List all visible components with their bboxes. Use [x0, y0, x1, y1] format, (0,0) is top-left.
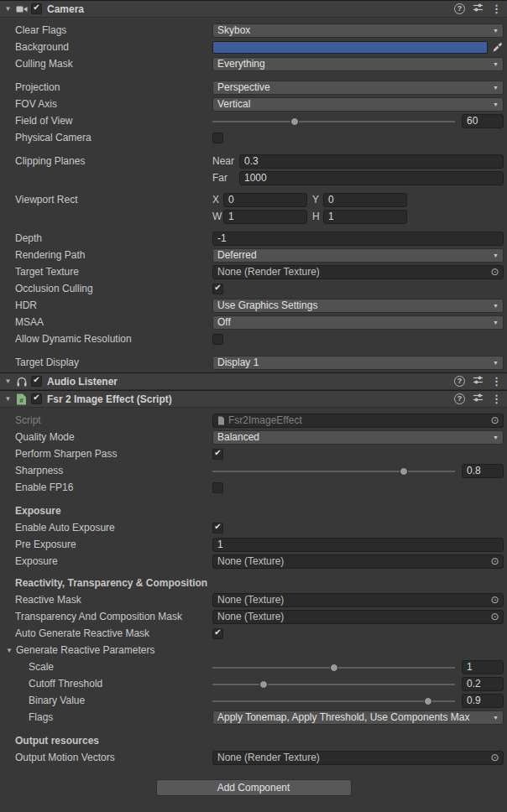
target-texture-object-field[interactable]: None (Render Texture) ⊙ [212, 265, 504, 279]
property-label: Occlusion Culling [15, 283, 212, 294]
allow-dynamic-resolution-checkbox[interactable] [212, 334, 223, 345]
quality-mode-dropdown[interactable]: Balanced ▼ [212, 430, 504, 445]
binary-value-value[interactable]: 0.9 [462, 694, 504, 708]
dropdown-value: Off [217, 316, 489, 328]
sharpness-slider[interactable] [212, 464, 455, 478]
background-color-field[interactable] [212, 41, 488, 54]
output-motion-vectors-object-field[interactable]: None (Render Texture) ⊙ [212, 751, 504, 765]
exposure-object-field[interactable]: None (Texture) ⊙ [212, 554, 504, 569]
fov-axis-dropdown[interactable]: Vertical ▼ [212, 97, 504, 112]
camera-enabled-checkbox[interactable] [31, 3, 42, 14]
foldout-icon[interactable]: ▼ [2, 395, 14, 403]
sharpness-value[interactable]: 0.8 [462, 464, 504, 478]
property-label: Enable Auto Exposure [15, 522, 212, 534]
generate-reactive-parameters-row[interactable]: ▼ Generate Reactive Parameters [0, 642, 507, 658]
viewport-h-field[interactable]: 1 [323, 210, 407, 224]
pre-exposure-field[interactable]: 1 [212, 538, 504, 552]
object-picker-icon[interactable]: ⊙ [489, 752, 501, 764]
physical-camera-checkbox[interactable] [212, 133, 223, 143]
cutoff-threshold-slider[interactable] [212, 677, 455, 691]
property-label: Physical Camera [15, 132, 212, 143]
object-picker-icon[interactable]: ⊙ [489, 555, 501, 568]
camera-component-header[interactable]: ▼ Camera ? ⋮ [0, 0, 507, 18]
enable-auto-exposure-checkbox[interactable] [212, 523, 223, 534]
flags-dropdown[interactable]: Apply Tonemap, Apply Threshold, Use Comp… [212, 710, 504, 725]
cutoff-threshold-value[interactable]: 0.2 [462, 677, 504, 691]
clear-flags-dropdown[interactable]: Skybox ▼ [212, 23, 504, 38]
slider-handle[interactable] [424, 697, 432, 705]
svg-text:#: # [19, 396, 24, 403]
hdr-dropdown[interactable]: Use Graphics Settings ▼ [212, 299, 504, 313]
field-of-view-slider[interactable] [212, 114, 455, 128]
scale-slider[interactable] [212, 660, 455, 674]
script-object-field[interactable]: Fsr2ImageEffect ⊙ [212, 414, 504, 428]
menu-icon[interactable]: ⋮ [491, 3, 502, 14]
slider-handle[interactable] [330, 664, 338, 672]
clipping-near-field[interactable]: 0.3 [239, 154, 504, 169]
property-label: Field of View [15, 115, 212, 127]
clear-flags-row: Clear Flags Skybox ▼ [0, 22, 507, 39]
fsr2-component-header[interactable]: ▼ # Fsr 2 Image Effect (Script) ? ⋮ [0, 390, 507, 408]
occlusion-culling-checkbox[interactable] [212, 284, 223, 294]
perform-sharpen-pass-checkbox[interactable] [212, 449, 223, 460]
slider-track[interactable] [212, 471, 455, 472]
audio-listener-enabled-checkbox[interactable] [31, 376, 42, 387]
reactive-mask-object-field[interactable]: None (Texture) ⊙ [212, 593, 504, 607]
object-picker-icon[interactable]: ⊙ [489, 611, 501, 623]
help-icon[interactable]: ? [454, 376, 465, 387]
fsr2-enabled-checkbox[interactable] [31, 393, 42, 404]
property-label: Quality Mode [15, 431, 212, 443]
slider-track[interactable] [212, 121, 455, 122]
auto-generate-reactive-mask-row: Auto Generate Reactive Mask [0, 625, 507, 642]
object-picker-icon[interactable]: ⊙ [489, 266, 501, 278]
msaa-dropdown[interactable]: Off ▼ [212, 315, 504, 330]
object-picker-icon[interactable]: ⊙ [489, 594, 501, 606]
add-component-button[interactable]: Add Component [156, 779, 352, 796]
foldout-icon[interactable]: ▼ [6, 647, 16, 654]
depth-field[interactable]: -1 [212, 232, 504, 246]
slider-track[interactable] [212, 684, 455, 685]
presets-icon[interactable] [473, 375, 483, 388]
property-label: Binary Value [29, 695, 212, 706]
script-row: Script Fsr2ImageEffect ⊙ [0, 412, 507, 429]
dropdown-value: Use Graphics Settings [217, 299, 489, 311]
binary-value-slider[interactable] [212, 694, 455, 708]
viewport-y-field[interactable]: 0 [323, 193, 407, 207]
viewport-w-field[interactable]: 1 [223, 210, 307, 224]
h-label: H [312, 211, 323, 222]
eyedropper-icon[interactable] [490, 41, 504, 54]
viewport-x-field[interactable]: 0 [223, 193, 307, 207]
near-label: Near [212, 155, 239, 167]
menu-icon[interactable]: ⋮ [491, 393, 502, 404]
transparency-mask-object-field[interactable]: None (Texture) ⊙ [212, 610, 504, 624]
object-picker-icon[interactable]: ⊙ [489, 414, 501, 427]
foldout-icon[interactable]: ▼ [2, 377, 14, 385]
cutoff-threshold-row: Cutoff Threshold 0.2 [0, 675, 507, 692]
culling-mask-dropdown[interactable]: Everything ▼ [212, 57, 504, 71]
audio-listener-component-header[interactable]: ▼ Audio Listener ? ⋮ [0, 372, 507, 390]
foldout-icon[interactable]: ▼ [2, 5, 14, 13]
projection-dropdown[interactable]: Perspective ▼ [212, 81, 504, 95]
slider-handle[interactable] [400, 467, 408, 476]
auto-generate-reactive-mask-checkbox[interactable] [212, 628, 223, 639]
help-icon[interactable]: ? [454, 3, 465, 14]
object-value: None (Render Texture) [217, 752, 489, 763]
clipping-far-field[interactable]: 1000 [239, 171, 504, 185]
slider-handle[interactable] [259, 680, 268, 689]
property-label: Scale [29, 661, 212, 673]
headphones-icon [14, 375, 29, 388]
property-label: Script [15, 414, 212, 426]
scale-value[interactable]: 1 [462, 660, 504, 674]
presets-icon[interactable] [473, 3, 483, 15]
field-of-view-value[interactable]: 60 [462, 114, 504, 128]
slider-track[interactable] [212, 700, 455, 702]
target-display-dropdown[interactable]: Display 1 ▼ [212, 356, 504, 370]
presets-icon[interactable] [473, 393, 483, 405]
chevron-down-icon: ▼ [493, 61, 499, 67]
help-icon[interactable]: ? [454, 393, 465, 404]
enable-fp16-checkbox[interactable] [212, 482, 223, 493]
chevron-down-icon: ▼ [493, 435, 499, 440]
menu-icon[interactable]: ⋮ [491, 376, 502, 387]
slider-handle[interactable] [290, 117, 299, 126]
rendering-path-dropdown[interactable]: Deferred ▼ [212, 248, 504, 263]
